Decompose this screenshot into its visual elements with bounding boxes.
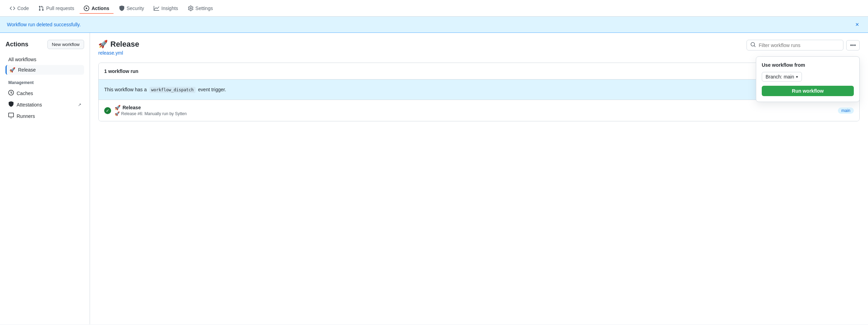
run-workflow-submit-button[interactable]: Run workflow (762, 86, 854, 96)
code-icon (10, 6, 15, 11)
caches-label: Caches (17, 91, 33, 96)
caches-left: Caches (8, 90, 33, 96)
workflow-header: 🚀 Release release.yml ••• (98, 40, 860, 56)
dispatch-message: This workflow has a workflow_dispatch ev… (104, 87, 226, 92)
nav-code[interactable]: Code (6, 3, 33, 14)
filter-input-wrapper (747, 40, 843, 50)
nav-insights[interactable]: Insights (150, 3, 182, 14)
success-check-icon: ✓ (104, 107, 111, 114)
attestations-label: Attestations (17, 102, 42, 108)
new-workflow-button[interactable]: New workflow (47, 40, 84, 49)
run-status-icon: ✓ (104, 107, 111, 114)
nav-actions-label: Actions (91, 6, 109, 11)
dispatch-text-after: event trigger. (198, 87, 226, 92)
nav-actions[interactable]: Actions (80, 3, 113, 14)
run-workflow-dropdown: Use workflow from Branch: main ▾ Run wor… (756, 56, 860, 102)
nav-pull-requests-label: Pull requests (46, 6, 74, 11)
sidebar: Actions New workflow All workflows 🚀 Rel… (0, 33, 90, 324)
dispatch-code: workflow_dispatch (150, 87, 196, 93)
alert-close-button[interactable]: × (853, 21, 861, 28)
content-area: 🚀 Release release.yml ••• (90, 33, 868, 324)
search-icon (750, 42, 756, 48)
runners-icon (8, 113, 14, 119)
run-title: 🚀 Release (115, 105, 838, 110)
nav-settings[interactable]: Settings (184, 3, 217, 14)
nav-pull-requests[interactable]: Pull requests (34, 3, 78, 14)
pull-request-icon (38, 6, 44, 11)
sidebar-item-runners[interactable]: Runners (6, 111, 84, 121)
run-title-text: Release (123, 105, 141, 110)
sidebar-item-caches[interactable]: Caches (6, 88, 84, 99)
settings-icon (188, 6, 193, 11)
run-info: 🚀 Release 🚀 Release #6: Manually run by … (115, 105, 838, 116)
attestations-external-link-icon: ↗ (78, 102, 81, 107)
sidebar-release-label: Release (18, 67, 36, 73)
insights-icon (154, 6, 159, 11)
filter-input[interactable] (759, 43, 840, 48)
workflow-title-block: 🚀 Release release.yml (98, 40, 139, 56)
dispatch-banner: This workflow has a workflow_dispatch ev… (99, 80, 859, 100)
release-emoji: 🚀 (9, 67, 15, 73)
more-options-button[interactable]: ••• (846, 40, 860, 50)
runs-count: 1 workflow run (104, 68, 138, 74)
sidebar-header: Actions New workflow (6, 40, 84, 49)
run-subtitle-emoji: 🚀 (115, 111, 120, 116)
nav-code-label: Code (17, 6, 29, 11)
dispatch-text-before: This workflow has a (104, 87, 147, 92)
workflow-name: Release (110, 40, 139, 49)
actions-icon (84, 6, 89, 11)
nav-security-label: Security (127, 6, 144, 11)
nav-security[interactable]: Security (115, 3, 148, 14)
branch-select[interactable]: Branch: main ▾ (762, 72, 802, 82)
runs-header: 1 workflow run Event ▾ Status ▾ Branch ▾ (99, 63, 859, 80)
more-icon: ••• (850, 42, 856, 48)
sidebar-title: Actions (6, 41, 28, 48)
workflow-actions: ••• Use workflow from Branch: main ▾ Run… (747, 40, 860, 50)
top-nav: Code Pull requests Actions Security (0, 0, 868, 17)
main-layout: Actions New workflow All workflows 🚀 Rel… (0, 33, 868, 324)
nav-insights-label: Insights (161, 6, 178, 11)
runners-left: Runners (8, 113, 35, 119)
alert-message: Workflow run deleted successfully. (7, 22, 81, 27)
sidebar-all-workflows[interactable]: All workflows (6, 55, 84, 64)
security-icon (119, 6, 125, 11)
sidebar-item-attestations[interactable]: Attestations ↗ (6, 99, 84, 110)
alert-banner: Workflow run deleted successfully. × (0, 17, 868, 33)
caches-icon (8, 90, 14, 96)
management-section-title: Management (8, 80, 84, 85)
runners-label: Runners (17, 113, 35, 119)
run-title-emoji: 🚀 (115, 105, 120, 110)
run-subtitle-text: Release #6: Manually run by Sytten (121, 111, 187, 116)
branch-select-label: Branch: main (766, 74, 794, 80)
chevron-down-icon: ▾ (796, 75, 798, 79)
runs-container: 1 workflow run Event ▾ Status ▾ Branch ▾ (98, 63, 860, 121)
run-branch-badge[interactable]: main (838, 108, 854, 114)
table-row[interactable]: ✓ 🚀 Release 🚀 Release #6: Manually run b… (99, 100, 859, 121)
nav-settings-label: Settings (196, 6, 213, 11)
attestations-icon (8, 101, 14, 108)
sidebar-item-release[interactable]: 🚀 Release (6, 65, 84, 75)
dropdown-title: Use workflow from (762, 62, 854, 68)
workflow-file-link[interactable]: release.yml (98, 50, 123, 56)
attestations-left: Attestations (8, 101, 42, 108)
run-subtitle: 🚀 Release #6: Manually run by Sytten (115, 111, 838, 116)
workflow-title: 🚀 Release (98, 40, 139, 49)
workflow-emoji: 🚀 (98, 40, 108, 49)
